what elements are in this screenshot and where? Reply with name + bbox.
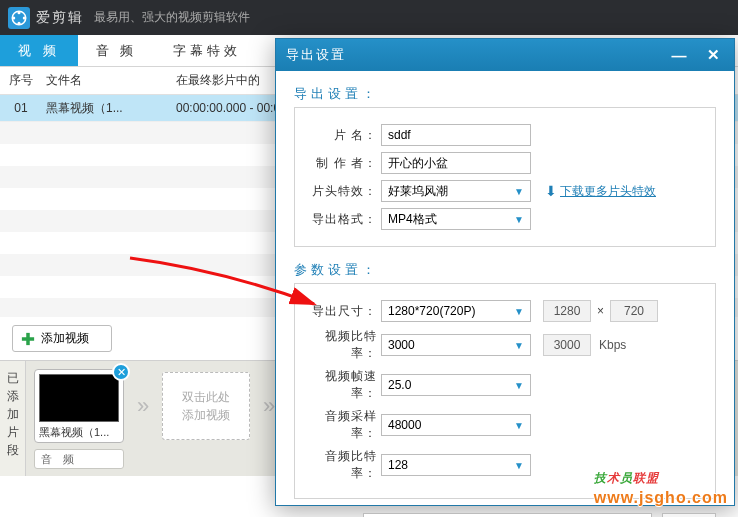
chevron-right-icon: »	[130, 384, 156, 428]
more-title-fx-link[interactable]: 下载更多片头特效	[560, 183, 656, 200]
dim-multiply: ×	[597, 304, 604, 318]
audio-sample-select[interactable]: 48000 ▼	[381, 414, 531, 436]
caret-down-icon: ▼	[514, 306, 524, 317]
svg-point-1	[18, 11, 21, 14]
tab-subtitle-fx[interactable]: 字幕特效	[155, 35, 259, 66]
clip-item[interactable]: ✕ 黑幕视频（1...	[34, 369, 124, 443]
label-title-fx: 片头特效：	[309, 183, 381, 200]
export-settings-group: 片 名： 制 作 者： 片头特效： 好莱坞风潮 ▼ ⬇ 下载更多片头特效 导出格…	[294, 107, 716, 247]
caret-down-icon: ▼	[514, 380, 524, 391]
height-readonly: 720	[610, 300, 658, 322]
browse-button[interactable]: 浏览	[662, 513, 716, 517]
clip-label: 黑幕视频（1...	[39, 425, 119, 440]
label-export-size: 导出尺寸：	[309, 303, 381, 320]
close-button[interactable]: ✕	[702, 46, 724, 64]
app-subtitle: 最易用、强大的视频剪辑软件	[94, 9, 250, 26]
th-index: 序号	[0, 72, 42, 89]
add-clip-placeholder[interactable]: 双击此处 添加视频	[162, 372, 250, 440]
side-tab-added-clips[interactable]: 已添加片段	[0, 361, 26, 476]
export-path-input[interactable]	[363, 513, 652, 517]
caret-down-icon: ▼	[514, 340, 524, 351]
section-export-settings: 导出设置：	[294, 85, 716, 103]
param-settings-group: 导出尺寸： 1280*720(720P) ▼ 1280 × 720 视频比特率：…	[294, 283, 716, 499]
caret-down-icon: ▼	[514, 186, 524, 197]
export-size-select[interactable]: 1280*720(720P) ▼	[381, 300, 531, 322]
add-video-button[interactable]: 添加视频	[12, 325, 112, 352]
app-logo-icon	[8, 7, 30, 29]
width-readonly: 1280	[543, 300, 591, 322]
svg-point-2	[12, 16, 15, 19]
export-dialog: 导出设置 — ✕ 导出设置： 片 名： 制 作 者： 片头特效： 好莱坞风潮 ▼	[275, 38, 735, 506]
cell-name: 黑幕视频（1...	[42, 100, 172, 117]
framerate-select[interactable]: 25.0 ▼	[381, 374, 531, 396]
caret-down-icon: ▼	[514, 214, 524, 225]
label-framerate: 视频帧速率：	[309, 368, 381, 402]
th-time: 在最终影片中的	[172, 72, 282, 89]
audio-bitrate-select[interactable]: 128 ▼	[381, 454, 531, 476]
cell-index: 01	[0, 101, 42, 115]
unit-kbps: Kbps	[599, 338, 626, 352]
svg-rect-6	[22, 337, 34, 341]
dialog-titlebar: 导出设置 — ✕	[276, 39, 734, 71]
svg-point-3	[23, 16, 26, 19]
clip-name-input[interactable]	[381, 124, 531, 146]
dialog-title: 导出设置	[286, 46, 346, 64]
tab-video[interactable]: 视 频	[0, 35, 78, 66]
label-author: 制 作 者：	[309, 155, 381, 172]
clip-thumbnail	[39, 374, 119, 422]
label-audio-sample: 音频采样率：	[309, 408, 381, 442]
tab-audio[interactable]: 音 频	[78, 35, 156, 66]
video-bitrate-readonly: 3000	[543, 334, 591, 356]
label-audio-bitrate: 音频比特率：	[309, 448, 381, 482]
download-icon: ⬇	[545, 183, 557, 199]
th-name: 文件名	[42, 72, 172, 89]
cell-time: 00:00:00.000 - 00:0	[172, 101, 282, 115]
label-clip-name: 片 名：	[309, 127, 381, 144]
minimize-button[interactable]: —	[668, 46, 690, 64]
caret-down-icon: ▼	[514, 460, 524, 471]
app-title: 爱剪辑	[36, 9, 84, 27]
plus-icon	[21, 332, 35, 346]
label-format: 导出格式：	[309, 211, 381, 228]
caret-down-icon: ▼	[514, 420, 524, 431]
section-param-settings: 参数设置：	[294, 261, 716, 279]
label-video-bitrate: 视频比特率：	[309, 328, 381, 362]
svg-point-4	[18, 21, 21, 24]
add-video-label: 添加视频	[41, 330, 89, 347]
video-bitrate-select[interactable]: 3000 ▼	[381, 334, 531, 356]
format-select[interactable]: MP4格式 ▼	[381, 208, 531, 230]
author-input[interactable]	[381, 152, 531, 174]
app-header: 爱剪辑 最易用、强大的视频剪辑软件	[0, 0, 738, 35]
title-fx-select[interactable]: 好莱坞风潮 ▼	[381, 180, 531, 202]
clip-remove-button[interactable]: ✕	[112, 363, 130, 381]
audio-strip-label[interactable]: 音 频	[34, 449, 124, 469]
